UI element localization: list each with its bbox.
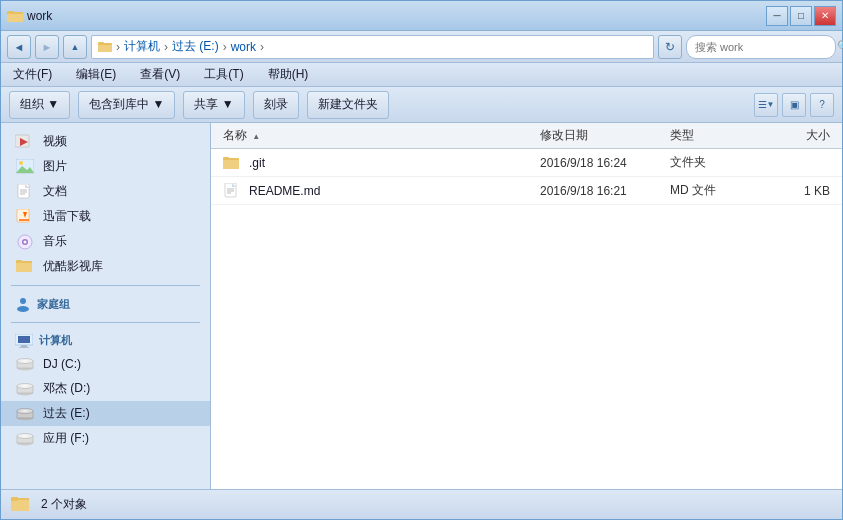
svg-rect-4 bbox=[98, 45, 112, 52]
table-row[interactable]: .git 2016/9/18 16:24 文件夹 bbox=[211, 149, 842, 177]
burn-label: 刻录 bbox=[264, 96, 288, 113]
burn-button[interactable]: 刻录 bbox=[253, 91, 299, 119]
svg-point-45 bbox=[22, 435, 28, 437]
preview-pane-button[interactable]: ▣ bbox=[782, 93, 806, 117]
search-input[interactable] bbox=[695, 41, 833, 53]
sidebar-drive-f-label: 应用 (F:) bbox=[43, 430, 89, 447]
file-name-git: .git bbox=[249, 156, 265, 170]
back-button[interactable]: ◄ bbox=[7, 35, 31, 59]
sidebar-downloads-label: 迅雷下载 bbox=[43, 208, 91, 225]
svg-rect-55 bbox=[11, 497, 18, 501]
title-bar: work ─ □ ✕ bbox=[1, 1, 842, 31]
menu-file[interactable]: 文件(F) bbox=[9, 64, 56, 85]
sidebar-videos-label: 视频 bbox=[43, 133, 67, 150]
svg-point-37 bbox=[22, 385, 28, 387]
md-file-icon bbox=[223, 183, 241, 199]
svg-rect-29 bbox=[19, 347, 29, 348]
search-bar[interactable]: 🔍 bbox=[686, 35, 836, 59]
menu-help[interactable]: 帮助(H) bbox=[264, 64, 313, 85]
main-content: 视频 图片 文档 迅雷下载 bbox=[1, 123, 842, 489]
sidebar-item-music[interactable]: 音乐 bbox=[1, 229, 210, 254]
svg-rect-5 bbox=[98, 42, 104, 45]
share-label: 共享 ▼ bbox=[194, 96, 233, 113]
menu-tools[interactable]: 工具(T) bbox=[200, 64, 247, 85]
search-icon: 🔍 bbox=[837, 40, 843, 53]
up-button[interactable]: ▲ bbox=[63, 35, 87, 59]
svg-point-41 bbox=[22, 410, 28, 412]
sidebar-drive-c[interactable]: DJ (C:) bbox=[1, 352, 210, 376]
breadcrumb[interactable]: › 计算机 › 过去 (E:) › work › bbox=[91, 35, 654, 59]
sidebar-drive-e-label: 过去 (E:) bbox=[43, 405, 90, 422]
close-button[interactable]: ✕ bbox=[814, 6, 836, 26]
header-name[interactable]: 名称 ▲ bbox=[223, 127, 540, 144]
back-icon: ◄ bbox=[14, 41, 25, 53]
svg-point-9 bbox=[19, 161, 23, 165]
status-bar: 2 个对象 bbox=[1, 489, 842, 519]
menu-bar: 文件(F) 编辑(E) 查看(V) 工具(T) 帮助(H) bbox=[1, 63, 842, 87]
table-row[interactable]: README.md 2016/9/18 16:21 MD 文件 1 KB bbox=[211, 177, 842, 205]
file-date-git: 2016/9/18 16:24 bbox=[540, 156, 670, 170]
svg-rect-28 bbox=[21, 345, 27, 347]
new-folder-button[interactable]: 新建文件夹 bbox=[307, 91, 389, 119]
help-button[interactable]: ? bbox=[810, 93, 834, 117]
menu-view[interactable]: 查看(V) bbox=[136, 64, 184, 85]
maximize-button[interactable]: □ bbox=[790, 6, 812, 26]
sidebar-divider-2 bbox=[11, 322, 200, 323]
sidebar-drive-d[interactable]: 邓杰 (D:) bbox=[1, 376, 210, 401]
breadcrumb-sep2: › bbox=[164, 40, 168, 54]
svg-point-24 bbox=[20, 298, 26, 304]
status-count: 2 个对象 bbox=[41, 496, 87, 513]
view-toggle-button[interactable]: ☰ ▼ bbox=[754, 93, 778, 117]
drive-f-icon bbox=[15, 431, 35, 447]
header-type-label: 类型 bbox=[670, 128, 694, 142]
sidebar-drive-e[interactable]: 过去 (E:) bbox=[1, 401, 210, 426]
file-type-git: 文件夹 bbox=[670, 154, 770, 171]
image-icon bbox=[15, 159, 35, 175]
header-size[interactable]: 大小 bbox=[770, 127, 830, 144]
organize-button[interactable]: 组织 ▼ bbox=[9, 91, 70, 119]
sidebar-drive-f[interactable]: 应用 (F:) bbox=[1, 426, 210, 451]
breadcrumb-arrow: › bbox=[260, 40, 264, 54]
breadcrumb-folder[interactable]: work bbox=[231, 40, 256, 54]
title-buttons: ─ □ ✕ bbox=[766, 6, 836, 26]
forward-button[interactable]: ► bbox=[35, 35, 59, 59]
sidebar-item-media[interactable]: 优酷影视库 bbox=[1, 254, 210, 279]
file-name-cell-readme: README.md bbox=[223, 183, 540, 199]
svg-rect-48 bbox=[223, 157, 229, 160]
video-icon bbox=[15, 134, 35, 150]
sidebar-item-docs[interactable]: 文档 bbox=[1, 179, 210, 204]
breadcrumb-computer[interactable]: 计算机 bbox=[124, 38, 160, 55]
breadcrumb-sep1: › bbox=[116, 40, 120, 54]
drive-d-icon bbox=[15, 381, 35, 397]
sidebar-drive-c-label: DJ (C:) bbox=[43, 357, 81, 371]
sort-arrow: ▲ bbox=[252, 132, 260, 141]
breadcrumb-drive[interactable]: 过去 (E:) bbox=[172, 38, 219, 55]
svg-point-25 bbox=[17, 306, 29, 312]
sidebar-drive-d-label: 邓杰 (D:) bbox=[43, 380, 90, 397]
minimize-button[interactable]: ─ bbox=[766, 6, 788, 26]
sidebar-item-downloads[interactable]: 迅雷下载 bbox=[1, 204, 210, 229]
sidebar-divider-1 bbox=[11, 285, 200, 286]
pane-icon: ▣ bbox=[790, 99, 799, 110]
svg-rect-22 bbox=[16, 263, 32, 272]
header-date[interactable]: 修改日期 bbox=[540, 127, 670, 144]
new-folder-label: 新建文件夹 bbox=[318, 96, 378, 113]
sidebar-item-images[interactable]: 图片 bbox=[1, 154, 210, 179]
folder-title-icon bbox=[7, 8, 23, 24]
header-name-label: 名称 bbox=[223, 128, 247, 142]
include-library-button[interactable]: 包含到库中 ▼ bbox=[78, 91, 175, 119]
computer-label: 计算机 bbox=[39, 333, 72, 348]
refresh-button[interactable]: ↻ bbox=[658, 35, 682, 59]
svg-point-33 bbox=[22, 360, 28, 362]
sidebar-item-videos[interactable]: 视频 bbox=[1, 129, 210, 154]
header-size-label: 大小 bbox=[806, 128, 830, 142]
file-area: 名称 ▲ 修改日期 类型 大小 .git bbox=[211, 123, 842, 489]
refresh-icon: ↻ bbox=[665, 40, 675, 54]
header-type[interactable]: 类型 bbox=[670, 127, 770, 144]
svg-rect-49 bbox=[225, 183, 236, 197]
sidebar-music-label: 音乐 bbox=[43, 233, 67, 250]
sidebar: 视频 图片 文档 迅雷下载 bbox=[1, 123, 211, 489]
share-button[interactable]: 共享 ▼ bbox=[183, 91, 244, 119]
computer-icon bbox=[15, 334, 33, 348]
menu-edit[interactable]: 编辑(E) bbox=[72, 64, 120, 85]
